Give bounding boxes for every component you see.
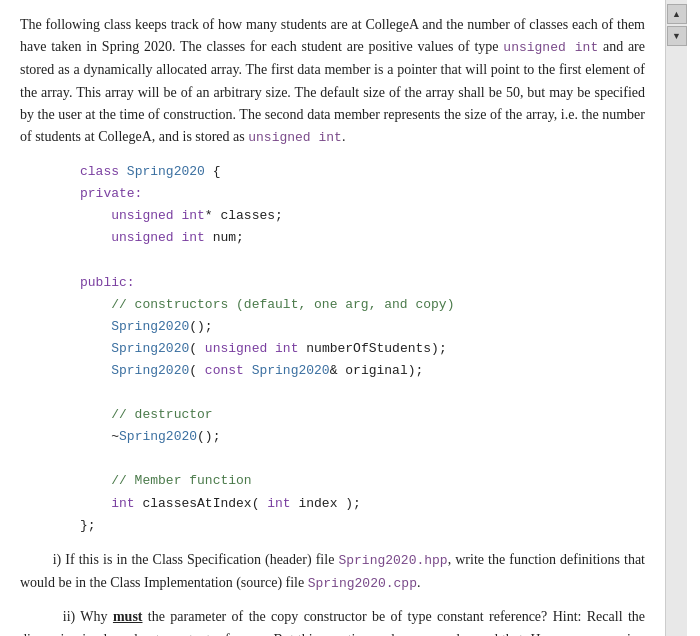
q-ii-text1: ii) Why xyxy=(20,609,113,624)
code-line-8: Spring2020(); xyxy=(80,316,645,338)
comment-member: // Member function xyxy=(111,473,251,488)
kw-int-param: int xyxy=(267,496,290,511)
main-content: The following class keeps track of how m… xyxy=(0,0,665,636)
kw-unsigned3: unsigned xyxy=(205,341,267,356)
code-line-3: unsigned int* classes; xyxy=(80,205,645,227)
code-line-2: private: xyxy=(80,183,645,205)
code-line-12: // destructor xyxy=(80,404,645,426)
q-i-code1: Spring2020.hpp xyxy=(338,553,447,568)
para1-code1: unsigned int xyxy=(503,40,598,55)
code-line-13: ~Spring2020(); xyxy=(80,426,645,448)
scrollbar: ▲ ▼ xyxy=(665,0,687,636)
intro-paragraph: The following class keeps track of how m… xyxy=(20,14,645,149)
question-ii: ii) Why must the parameter of the copy c… xyxy=(20,606,645,636)
kw-class: class xyxy=(80,164,119,179)
code-line-14 xyxy=(80,448,645,470)
scroll-up-button[interactable]: ▲ xyxy=(667,4,687,24)
code-line-10: Spring2020( const Spring2020& original); xyxy=(80,360,645,382)
constructor-copy: Spring2020 xyxy=(111,363,189,378)
constructor-default: Spring2020 xyxy=(111,319,189,334)
kw-const: const xyxy=(205,363,244,378)
para1-code2: unsigned int xyxy=(248,130,342,145)
kw-private: private: xyxy=(80,186,142,201)
kw-unsigned2: unsigned xyxy=(111,230,173,245)
kw-int2: int xyxy=(181,230,204,245)
code-line-4: unsigned int num; xyxy=(80,227,645,249)
code-line-16: int classesAtIndex( int index ); xyxy=(80,493,645,515)
scroll-down-button[interactable]: ▼ xyxy=(667,26,687,46)
classref: Spring2020 xyxy=(244,363,330,378)
code-line-15: // Member function xyxy=(80,470,645,492)
comment-destructor: // destructor xyxy=(111,407,212,422)
para1-text3: . xyxy=(342,129,346,144)
constructor-onearg: Spring2020 xyxy=(111,341,189,356)
page-wrapper: The following class keeps track of how m… xyxy=(0,0,700,636)
code-line-5 xyxy=(80,250,645,272)
classname-spring2020: Spring2020 xyxy=(127,164,205,179)
kw-int1: int xyxy=(181,208,204,223)
q-i-code2: Spring2020.cpp xyxy=(308,576,417,591)
question-i: i) If this is in the Class Specification… xyxy=(20,549,645,595)
code-line-6: public: xyxy=(80,272,645,294)
comment-constructors: // constructors (default, one arg, and c… xyxy=(111,297,454,312)
destructor: Spring2020 xyxy=(119,429,197,444)
code-block: class Spring2020 { private: unsigned int… xyxy=(80,161,645,537)
code-line-17: }; xyxy=(80,515,645,537)
kw-unsigned1: unsigned xyxy=(111,208,173,223)
code-line-9: Spring2020( unsigned int numberOfStudent… xyxy=(80,338,645,360)
code-line-1: class Spring2020 { xyxy=(80,161,645,183)
code-line-7: // constructors (default, one arg, and c… xyxy=(80,294,645,316)
q-ii-underline: must xyxy=(113,609,143,624)
kw-int3: int xyxy=(267,341,298,356)
code-line-11 xyxy=(80,382,645,404)
kw-int-return: int xyxy=(111,496,134,511)
q-i-text1: i) If this is in the Class Specification… xyxy=(20,552,338,567)
kw-public: public: xyxy=(80,275,135,290)
q-i-text3: . xyxy=(417,575,421,590)
